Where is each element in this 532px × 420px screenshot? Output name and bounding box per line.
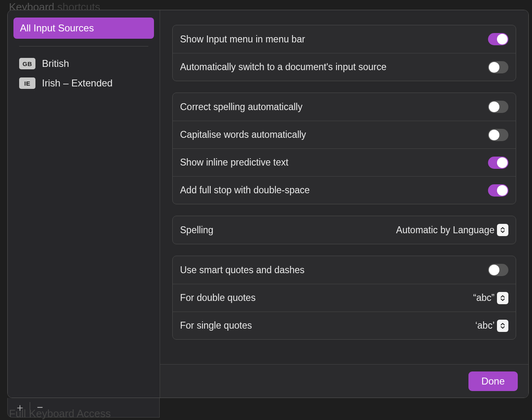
row-label: For double quotes — [180, 292, 255, 303]
toggle-correct-spelling[interactable] — [488, 101, 508, 113]
row-label: Automatically switch to a document's inp… — [180, 62, 387, 73]
input-source-british[interactable]: GB British — [13, 54, 154, 73]
row-auto-switch-input-source: Automatically switch to a document's inp… — [173, 53, 516, 81]
double-quotes-value: “abc” — [473, 292, 495, 303]
chevron-up-down-icon — [497, 292, 508, 304]
row-label: Add full stop with double-space — [180, 185, 310, 196]
input-source-label: British — [42, 58, 69, 69]
toggle-predictive-text[interactable] — [488, 157, 508, 169]
sheet-footer: Done — [160, 364, 528, 398]
sidebar-header-all-input-sources[interactable]: All Input Sources — [13, 18, 154, 39]
input-sources-sidebar: All Input Sources GB British IE Irish – … — [8, 10, 160, 398]
background-footer-text: Full Keyboard Access — [9, 407, 111, 420]
row-label: Use smart quotes and dashes — [180, 265, 305, 276]
settings-content: Show Input menu in menu bar Automaticall… — [160, 10, 528, 364]
row-spelling: Spelling Automatic by Language — [173, 216, 516, 244]
spelling-popup[interactable]: Automatic by Language — [396, 224, 508, 236]
input-source-label: Irish – Extended — [42, 77, 112, 89]
row-double-quotes: For double quotes “abc” — [173, 284, 516, 312]
row-label: Show Input menu in menu bar — [180, 34, 305, 45]
toggle-auto-switch-input-source[interactable] — [488, 61, 508, 73]
single-quotes-popup[interactable]: ‘abc’ — [475, 320, 508, 332]
single-quotes-value: ‘abc’ — [475, 320, 495, 331]
input-source-irish-extended[interactable]: IE Irish – Extended — [13, 73, 154, 93]
double-quotes-popup[interactable]: “abc” — [473, 292, 508, 304]
toggle-smart-quotes[interactable] — [488, 264, 508, 276]
row-single-quotes: For single quotes ‘abc’ — [173, 312, 516, 339]
sidebar-divider — [19, 46, 148, 46]
toggle-capitalise-words[interactable] — [488, 129, 508, 141]
row-label: Spelling — [180, 225, 213, 236]
row-smart-quotes: Use smart quotes and dashes — [173, 256, 516, 284]
settings-group-spelling: Spelling Automatic by Language — [172, 216, 516, 244]
row-label: Correct spelling automatically — [180, 102, 302, 113]
chevron-up-down-icon — [497, 320, 508, 332]
row-label: For single quotes — [180, 320, 252, 331]
chevron-up-down-icon — [497, 224, 508, 236]
toggle-full-stop-double-space[interactable] — [488, 184, 508, 197]
done-button[interactable]: Done — [468, 371, 518, 391]
row-correct-spelling: Correct spelling automatically — [173, 93, 516, 121]
row-capitalise-words: Capitalise words automatically — [173, 121, 516, 148]
row-full-stop-double-space: Add full stop with double-space — [173, 176, 516, 204]
flag-badge-ie: IE — [19, 77, 35, 89]
spelling-value: Automatic by Language — [396, 225, 495, 236]
row-predictive-text: Show inline predictive text — [173, 148, 516, 176]
toggle-show-input-menu[interactable] — [488, 33, 508, 45]
flag-badge-gb: GB — [19, 58, 35, 69]
row-label: Capitalise words automatically — [180, 129, 306, 140]
row-label: Show inline predictive text — [180, 157, 288, 168]
row-show-input-menu: Show Input menu in menu bar — [173, 25, 516, 53]
settings-main: Show Input menu in menu bar Automaticall… — [160, 10, 528, 398]
settings-group-text: Correct spelling automatically Capitalis… — [172, 93, 516, 204]
settings-sheet: All Input Sources GB British IE Irish – … — [7, 10, 529, 398]
settings-group-input-menu: Show Input menu in menu bar Automaticall… — [172, 25, 516, 81]
settings-group-quotes: Use smart quotes and dashes For double q… — [172, 256, 516, 340]
